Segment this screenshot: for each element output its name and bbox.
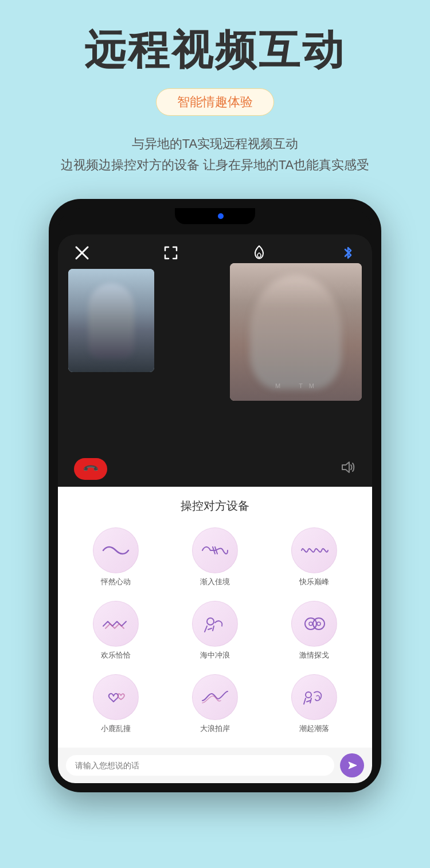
remote-figure (250, 275, 342, 389)
end-call-button[interactable]: 📞 (74, 458, 107, 480)
svg-point-8 (306, 692, 311, 698)
mode-circle-8 (192, 674, 238, 720)
self-video-thumbnail (68, 269, 154, 372)
list-item[interactable]: 小鹿乱撞 (67, 670, 164, 738)
mode-circle-5 (192, 601, 238, 647)
svg-point-7 (317, 622, 320, 625)
phone-notch (58, 208, 372, 233)
desc-line1: 与异地的TA实现远程视频互动 (61, 133, 370, 154)
video-watermark: M T M (275, 382, 316, 389)
list-item[interactable]: 海中冲浪 (166, 596, 263, 665)
mode-circle-9 (291, 674, 337, 720)
panel-title: 操控对方设备 (67, 498, 363, 514)
page-title: 远程视频互动 (84, 23, 346, 78)
main-video-content: M T M (230, 263, 362, 401)
desc-line2: 边视频边操控对方的设备 让身在异地的TA也能真实感受 (61, 154, 370, 175)
mode-label-1: 怦然心动 (101, 577, 131, 587)
mode-label-7: 小鹿乱撞 (101, 724, 131, 734)
camera-dot (218, 213, 224, 219)
svg-point-5 (313, 618, 325, 630)
mode-circle-3 (291, 527, 337, 573)
list-item[interactable]: 快乐巅峰 (266, 523, 363, 592)
bluetooth-icon[interactable] (338, 243, 358, 263)
send-button[interactable] (340, 753, 364, 777)
list-item[interactable]: 欢乐恰恰 (67, 596, 164, 665)
message-bar (58, 748, 372, 783)
svg-point-3 (207, 618, 214, 625)
main-video: M T M (230, 263, 362, 401)
mode-circle-1 (93, 527, 139, 573)
list-item[interactable]: 激情探戈 (266, 596, 363, 665)
self-figure (88, 283, 134, 358)
control-panel: 操控对方设备 怦然心动 (58, 487, 372, 748)
description: 与异地的TA实现远程视频互动 边视频边操控对方的设备 让身在异地的TA也能真实感… (61, 133, 370, 176)
list-item[interactable]: 渐入佳境 (166, 523, 263, 592)
subtitle-badge: 智能情趣体验 (156, 88, 274, 116)
volume-icon[interactable] (340, 460, 356, 478)
list-item[interactable]: 潮起潮落 (266, 670, 363, 738)
flame-icon[interactable] (249, 243, 269, 263)
mode-label-5: 海中冲浪 (200, 650, 230, 660)
notch (175, 208, 255, 224)
mode-grid: 怦然心动 渐入佳境 (67, 523, 363, 738)
mode-circle-6 (291, 601, 337, 647)
fullscreen-icon[interactable] (161, 243, 181, 263)
video-toolbar (58, 234, 372, 271)
svg-point-6 (309, 622, 312, 625)
call-controls: 📞 (58, 458, 372, 480)
mode-circle-4 (93, 601, 139, 647)
mode-label-2: 渐入佳境 (200, 577, 230, 587)
mode-circle-2 (192, 527, 238, 573)
mode-label-9: 潮起潮落 (299, 724, 329, 734)
list-item[interactable]: 怦然心动 (67, 523, 164, 592)
mode-label-3: 快乐巅峰 (299, 577, 329, 587)
phone-mockup: M T M 📞 操控对方设备 (49, 199, 381, 792)
self-video-body (68, 269, 154, 372)
close-icon[interactable] (72, 243, 92, 263)
list-item[interactable]: 大浪拍岸 (166, 670, 263, 738)
mode-label-6: 激情探戈 (299, 650, 329, 660)
svg-marker-2 (342, 462, 349, 472)
mode-label-4: 欢乐恰恰 (101, 650, 131, 660)
mode-circle-7 (93, 674, 139, 720)
phone-icon: 📞 (81, 460, 99, 478)
mode-label-8: 大浪拍岸 (200, 724, 230, 734)
phone-screen: M T M 📞 操控对方设备 (58, 234, 372, 783)
video-area: M T M 📞 (58, 234, 372, 487)
message-input[interactable] (66, 755, 334, 776)
